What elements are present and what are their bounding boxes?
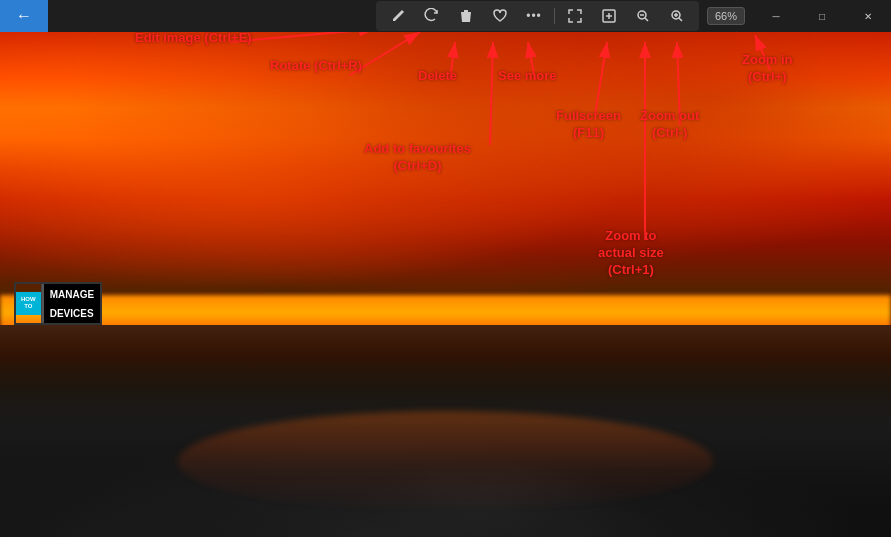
zoom-level[interactable]: 66% xyxy=(707,7,745,25)
back-button[interactable]: ← xyxy=(0,0,48,32)
zoom-actual-button[interactable] xyxy=(661,3,693,29)
image-area: HOW TO MANAGE DEVICES xyxy=(0,32,891,537)
window-controls: ─ □ ✕ xyxy=(753,0,891,32)
toolbar: ••• xyxy=(376,1,699,31)
rotate-button[interactable] xyxy=(416,3,448,29)
logo-how: HOW TO xyxy=(16,292,41,314)
back-icon: ← xyxy=(16,7,32,25)
favourite-button[interactable] xyxy=(484,3,516,29)
fullscreen-button[interactable] xyxy=(559,3,591,29)
water-reflection xyxy=(178,411,713,512)
delete-button[interactable] xyxy=(450,3,482,29)
logo-devices: DEVICES xyxy=(42,306,100,323)
close-button[interactable]: ✕ xyxy=(845,0,891,32)
maximize-button[interactable]: □ xyxy=(799,0,845,32)
sunset-image: HOW TO MANAGE DEVICES xyxy=(0,32,891,537)
edit-button[interactable] xyxy=(382,3,414,29)
more-button[interactable]: ••• xyxy=(518,3,550,29)
minimize-button[interactable]: ─ xyxy=(753,0,799,32)
zoom-fit-button[interactable] xyxy=(593,3,625,29)
logo-manage: MANAGE xyxy=(42,284,100,306)
zoom-out-button[interactable] xyxy=(627,3,659,29)
separator-1 xyxy=(554,8,555,24)
logo-badge: HOW TO MANAGE DEVICES xyxy=(14,282,102,325)
title-bar: ← ••• 66% ─ xyxy=(0,0,891,32)
